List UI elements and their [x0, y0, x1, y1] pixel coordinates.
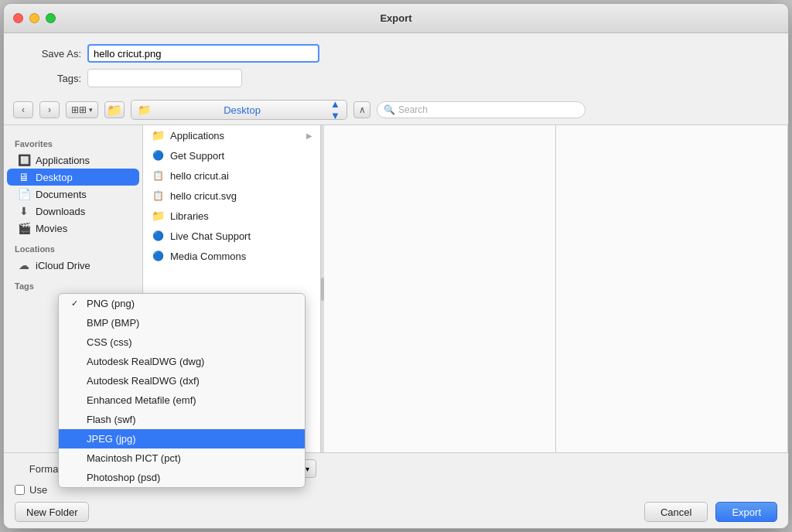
back-icon: ‹	[22, 104, 25, 115]
downloads-icon: ⬇	[18, 205, 30, 217]
close-button[interactable]	[13, 13, 23, 23]
new-folder-button[interactable]: New Folder	[15, 502, 89, 522]
file-item-name: hello cricut.ai	[170, 170, 312, 182]
export-button[interactable]: Export	[715, 502, 777, 522]
dropdown-item-bmp[interactable]: BMP (BMP)	[59, 313, 305, 332]
view-caret-icon: ▾	[89, 106, 93, 114]
dropdown-item-css[interactable]: CSS (css)	[59, 332, 305, 352]
sidebar-item-documents[interactable]: 📄 Documents	[7, 186, 139, 203]
dropdown-item-label: Autodesk RealDWG (dxf)	[87, 375, 200, 387]
export-window: Export Save As: Tags: ‹ › ⊞⊞ ▾ 📁 📁 Deskt…	[3, 3, 789, 529]
file-item-applications[interactable]: 📁 Applications ▶	[143, 125, 320, 145]
arrow-icon: ▶	[306, 131, 312, 140]
file-item-hello-ai[interactable]: 📋 hello cricut.ai	[143, 165, 320, 186]
tags-input[interactable]	[87, 69, 242, 87]
forward-button[interactable]: ›	[39, 101, 60, 118]
sidebar-item-downloads[interactable]: ⬇ Downloads	[7, 203, 139, 220]
file-item-hello-svg[interactable]: 📋 hello cricut.svg	[143, 186, 320, 206]
dropdown-item-png[interactable]: ✓ PNG (png)	[59, 294, 305, 313]
cancel-button[interactable]: Cancel	[644, 502, 708, 522]
dropdown-item-label: BMP (BMP)	[87, 317, 139, 329]
sidebar-item-label: Documents	[36, 189, 87, 200]
format-dropdown-popup: ✓ PNG (png) BMP (BMP) CSS (css) Autodesk…	[58, 293, 306, 488]
sidebar-item-label: Movies	[36, 223, 67, 234]
bottom-bar: Format PNG (png) ▾ Use New Folder Cancel…	[4, 452, 788, 528]
check-icon: ✓	[71, 298, 82, 309]
app-icon: 🔵	[151, 148, 165, 162]
toolbar: ‹ › ⊞⊞ ▾ 📁 📁 Desktop ▲ ▼ ∧ 🔍 Search	[4, 95, 788, 125]
dropdown-item-label: Photoshop (psd)	[87, 472, 160, 483]
sidebar-item-movies[interactable]: 🎬 Movies	[7, 220, 139, 237]
sidebar-item-label: iCloud Drive	[36, 260, 90, 271]
action-row: New Folder Cancel Export	[15, 502, 777, 522]
new-folder-icon: 📁	[107, 103, 122, 118]
search-box[interactable]: 🔍 Search	[377, 101, 585, 118]
new-folder-top-button[interactable]: 📁	[104, 101, 125, 118]
sidebar-item-icloud[interactable]: ☁ iCloud Drive	[7, 257, 139, 274]
file-item-live-chat[interactable]: 🔵 Live Chat Support	[143, 226, 320, 246]
dropdown-item-label: Macintosh PICT (pct)	[87, 452, 181, 464]
column-pane-2	[324, 125, 556, 452]
view-icon: ⊞⊞	[71, 104, 87, 115]
file-item-name: Get Support	[170, 150, 312, 162]
file-item-media-commons[interactable]: 🔵 Media Commons	[143, 246, 320, 266]
search-icon: 🔍	[384, 104, 395, 115]
folder-icon: 📁	[151, 209, 165, 223]
file-item-libraries[interactable]: 📁 Libraries	[143, 206, 320, 226]
dropdown-caret-icon: ▾	[306, 465, 309, 473]
file-item-name: Libraries	[170, 210, 312, 222]
dropdown-item-emf[interactable]: Enhanced Metafile (emf)	[59, 390, 305, 410]
file-item-name: hello cricut.svg	[170, 190, 312, 202]
sidebar-item-applications[interactable]: 🔲 Applications	[7, 152, 139, 169]
sidebar-item-label: Downloads	[36, 206, 85, 217]
use-label: Use	[29, 484, 47, 496]
column-pane-3	[556, 125, 788, 452]
dropdown-item-label: JPEG (jpg)	[87, 433, 136, 445]
applications-icon: 🔲	[18, 154, 30, 166]
file-icon: 📋	[151, 189, 165, 203]
location-label: Desktop	[224, 104, 261, 116]
location-selector[interactable]: 📁 Desktop ▲ ▼	[131, 100, 347, 120]
file-item-name: Applications	[170, 130, 301, 142]
titlebar: Export	[4, 4, 788, 33]
movies-icon: 🎬	[18, 222, 30, 234]
maximize-button[interactable]	[46, 13, 56, 23]
saveas-label: Save As:	[19, 48, 81, 60]
sidebar-item-label: Applications	[36, 155, 90, 166]
file-item-get-support[interactable]: 🔵 Get Support	[143, 145, 320, 165]
dropdown-item-label: Flash (swf)	[87, 414, 136, 425]
file-icon: 📋	[151, 169, 165, 182]
dropdown-item-label: Enhanced Metafile (emf)	[87, 394, 196, 406]
format-label: Format	[15, 463, 61, 475]
saveas-row: Save As:	[19, 44, 773, 63]
dropdown-item-label: CSS (css)	[87, 336, 132, 348]
dropdown-item-dwg[interactable]: Autodesk RealDWG (dwg)	[59, 352, 305, 371]
forward-icon: ›	[48, 104, 51, 115]
app-icon: 🔵	[151, 249, 165, 263]
dropdown-item-dxf[interactable]: Autodesk RealDWG (dxf)	[59, 371, 305, 390]
expand-icon: ∧	[359, 104, 366, 115]
expand-button[interactable]: ∧	[353, 101, 370, 118]
right-buttons: Cancel Export	[644, 502, 777, 522]
sidebar-item-desktop[interactable]: 🖥 Desktop	[7, 169, 139, 186]
minimize-button[interactable]	[29, 13, 39, 23]
favorites-label: Favorites	[4, 131, 142, 152]
filename-input[interactable]	[87, 44, 319, 63]
use-checkbox[interactable]	[15, 485, 25, 495]
dropdown-item-jpg[interactable]: JPEG (jpg)	[59, 429, 305, 448]
sidebar-item-label: Desktop	[36, 172, 73, 183]
dropdown-item-psd[interactable]: Photoshop (psd)	[59, 468, 305, 487]
window-title: Export	[380, 12, 411, 24]
dropdown-item-pct[interactable]: Macintosh PICT (pct)	[59, 448, 305, 468]
icloud-icon: ☁	[18, 259, 30, 271]
window-controls	[13, 13, 56, 23]
search-placeholder: Search	[398, 104, 428, 115]
tags-label: Tags	[4, 274, 142, 294]
back-button[interactable]: ‹	[13, 101, 33, 118]
view-toggle[interactable]: ⊞⊞ ▾	[66, 101, 98, 118]
folder-icon: 📁	[151, 128, 165, 142]
tags-row: Tags:	[19, 69, 773, 87]
dropdown-item-label: PNG (png)	[87, 298, 135, 309]
dropdown-item-swf[interactable]: Flash (swf)	[59, 410, 305, 429]
saveas-area: Save As: Tags:	[4, 33, 788, 95]
